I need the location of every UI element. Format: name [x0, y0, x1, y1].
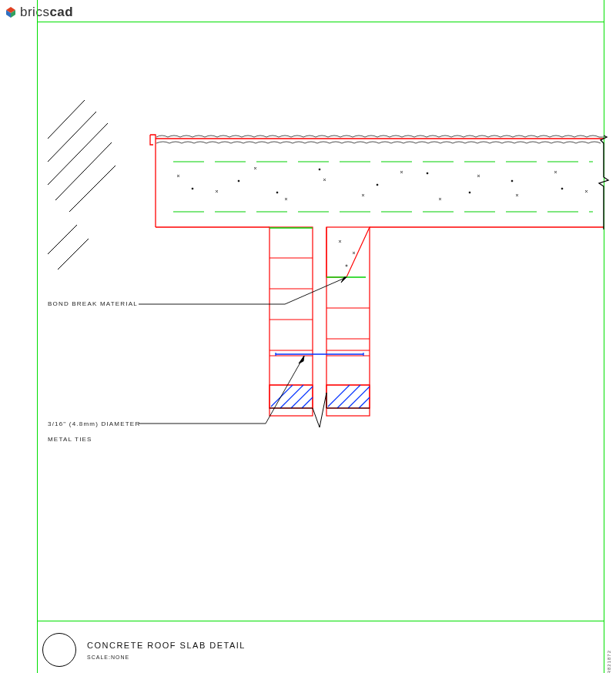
svg-point-25: [346, 265, 347, 266]
svg-line-49: [359, 397, 370, 408]
svg-line-7: [69, 166, 116, 212]
cad-drawing-page: { "app": { "name_prefix": "brics", "name…: [0, 0, 616, 673]
svg-point-18: [469, 192, 470, 193]
svg-line-5: [48, 123, 108, 185]
svg-point-15: [319, 169, 320, 170]
svg-point-17: [427, 172, 428, 174]
svg-point-12: [192, 188, 193, 189]
svg-line-6: [55, 142, 112, 200]
svg-rect-21: [270, 227, 313, 416]
label-metal-ties-1: 3/16" (4.8mm) DIAMETER: [48, 420, 140, 427]
gravel-topping: [156, 136, 604, 143]
svg-point-16: [377, 184, 378, 186]
drawing-scale: SCALE:NONE: [87, 655, 246, 660]
cad-drawing: [0, 0, 616, 673]
label-bond-break: BOND BREAK MATERIAL: [48, 300, 138, 307]
svg-marker-55: [299, 356, 304, 363]
concrete-stipple: [177, 167, 588, 200]
break-line-bottom: [270, 393, 370, 427]
svg-line-9: [58, 239, 89, 270]
svg-rect-40: [270, 385, 313, 408]
section-hatch: [270, 385, 370, 408]
leader-bond-break: [139, 277, 346, 304]
svg-line-47: [337, 385, 360, 408]
svg-point-19: [511, 180, 513, 182]
svg-line-51: [285, 277, 346, 304]
label-metal-ties-2: METAL TIES: [48, 436, 92, 443]
detail-marker-circle: [42, 633, 76, 667]
drawing-title: CONCRETE ROOF SLAB DETAIL: [87, 641, 246, 650]
brick-wall: [270, 227, 370, 416]
svg-line-46: [328, 385, 350, 407]
svg-line-8: [48, 225, 77, 254]
svg-rect-22: [326, 227, 370, 416]
svg-line-45: [302, 397, 313, 408]
title-block: CONCRETE ROOF SLAB DETAIL SCALE:NONE: [42, 633, 246, 667]
rebar: [173, 162, 593, 212]
svg-line-48: [348, 387, 370, 408]
svg-marker-52: [341, 277, 346, 283]
svg-rect-41: [326, 385, 370, 408]
svg-line-4: [48, 112, 96, 162]
svg-line-44: [291, 387, 313, 408]
svg-line-42: [271, 385, 293, 407]
svg-point-13: [238, 180, 239, 182]
svg-point-14: [276, 192, 278, 193]
slab-outline: [150, 135, 608, 229]
svg-point-20: [561, 188, 563, 189]
leader-metal-ties: [139, 356, 304, 424]
drawing-number: TR821872: [607, 650, 611, 673]
svg-line-3: [48, 100, 85, 139]
svg-line-43: [280, 385, 303, 408]
hatch-left: [48, 100, 116, 270]
